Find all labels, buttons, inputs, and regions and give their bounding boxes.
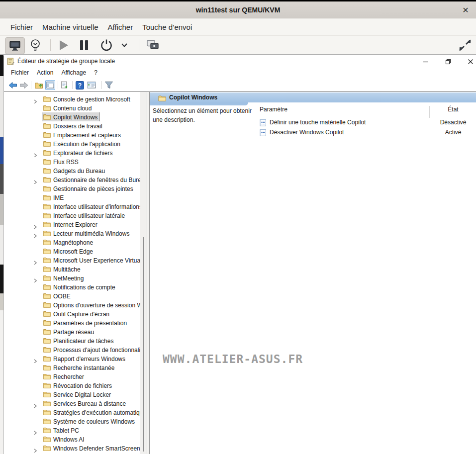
tree-item-oobe[interactable]: OOBE [4,291,140,300]
tree-item-strat-gies-d-ex-cution-automatique[interactable]: Stratégies d'exécution automatique [4,408,140,417]
setting-name[interactable]: Désactiver Windows Copilot [270,129,344,136]
folder-icon [43,381,51,390]
shutdown-menu-button[interactable] [118,37,130,53]
gpedit-menu-item-4[interactable]: ? [90,68,101,77]
tree-item-dossiers-de-travail[interactable]: Dossiers de travail [4,121,140,130]
console-display-button[interactable] [5,37,25,54]
gpedit-close-button[interactable] [463,57,476,66]
tree-item-microsoft-edge[interactable]: Microsoft Edge [4,247,140,256]
host-menu-item-4[interactable]: Touche d’envoi [138,21,196,33]
folder-icon [43,346,51,354]
tree-item-rechercher[interactable]: Rechercher [4,372,140,381]
host-close-button[interactable]: ✕ [459,3,472,16]
gpedit-menu-item-2[interactable]: Action [33,68,57,77]
host-menu-item-3[interactable]: Afficher [103,21,138,33]
expander-chevron-icon[interactable] [33,276,37,280]
folder-icon [43,274,51,282]
tree-item-notifications-de-compte[interactable]: Notifications de compte [4,282,140,291]
tree-item-outil-capture-d-cran[interactable]: Outil Capture d'écran [4,309,140,318]
tree-item-flux-rss[interactable]: Flux RSS [4,157,140,166]
pause-button[interactable] [75,37,94,53]
tree-item-ex-cution-de-l-application[interactable]: Exécution de l'application [4,139,140,148]
tree-item-services-bureau-distance[interactable]: Services Bureau à distance [4,399,140,408]
expander-chevron-icon[interactable] [33,446,37,450]
tree-item-windows-defender-smartscreen[interactable]: Windows Defender SmartScreen [4,444,140,453]
expander-chevron-icon[interactable] [33,357,37,361]
folder-icon [43,184,51,193]
gpedit-menu-item-3[interactable]: Affichage [57,68,90,77]
export-list-button[interactable] [60,80,70,90]
show-console-tree-button[interactable] [45,80,55,90]
expander-chevron-icon[interactable] [33,178,37,182]
tree-item-gadgets-du-bureau[interactable]: Gadgets du Bureau [4,166,140,175]
setting-state: Activé [429,129,476,136]
tree-item-param-tres-de-pr-sentation[interactable]: Paramètres de présentation [4,318,140,327]
gpedit-window: Éditeur de stratégie de groupe locale [3,56,476,454]
expander-chevron-icon[interactable] [33,258,37,262]
tree-item-label: Rapport d'erreurs Windows [53,356,125,363]
tree-item-emplacement-et-capteurs[interactable]: Emplacement et capteurs [4,130,140,139]
tree-item-partage-r-seau[interactable]: Partage réseau [4,327,140,336]
host-menu-item-2[interactable]: Machine virtuelle [38,21,103,33]
folder-icon [43,247,51,256]
fullscreen-button[interactable] [456,37,475,53]
scrollbar-thumb[interactable] [143,237,144,452]
help-button[interactable]: ? [75,80,85,90]
tree-item-contenu-cloud[interactable]: Contenu cloud [4,103,140,112]
tree-item-processus-d-ajout-de-fonctionnalit-s[interactable]: Processus d'ajout de fonctionnalités [4,345,140,354]
tree-item-multit-che[interactable]: Multitâche [4,265,140,273]
tree-item-gestionnaire-de-fen-tres-du-bureau[interactable]: Gestionnaire de fenêtres du Bureau [4,175,140,184]
tree-item-syst-me-de-couleurs-windows[interactable]: Système de couleurs Windows [4,417,140,426]
tree-item-tablet-pc[interactable]: Tablet PC [4,426,140,435]
tree-item-microsoft-user-experience-virtualization[interactable]: Microsoft User Experience Virtualization [4,256,140,265]
tree-vertical-scrollbar[interactable] [140,92,147,454]
expander-chevron-icon[interactable] [33,401,37,405]
expander-chevron-icon[interactable] [33,231,37,235]
tree-item-netmeeting[interactable]: NetMeeting [4,273,140,282]
setting-name[interactable]: Définir une touche matérielle Copilot [270,119,366,126]
displays-icon [146,39,160,51]
virtual-displays-button[interactable] [143,37,162,53]
forward-button[interactable] [19,80,29,90]
chevron-down-icon [121,43,128,48]
expander-chevron-icon[interactable] [33,428,37,432]
show-extended-button[interactable] [87,80,96,90]
host-menu-item-1[interactable]: Fichier [6,21,37,33]
expander-chevron-icon[interactable] [33,97,37,101]
tree-item-lecteur-multim-dia-windows[interactable]: Lecteur multimédia Windows [4,229,140,238]
up-folder-button[interactable] [34,80,44,90]
tree-item-planificateur-de-t-ches[interactable]: Planificateur de tâches [4,336,140,345]
tree-item-copilot-windows[interactable]: Copilot Windows [4,112,140,121]
run-button[interactable] [54,37,73,53]
tree-item-service-digital-locker[interactable]: Service Digital Locker [4,390,140,399]
tree-item-magn-tophone[interactable]: Magnétophone [4,238,140,247]
tree-item-gestionnaire-de-pi-ces-jointes[interactable]: Gestionnaire de pièces jointes [4,184,140,193]
tree-item-internet-explorer[interactable]: Internet Explorer [4,220,140,229]
shutdown-button[interactable] [96,37,116,53]
expander-chevron-icon[interactable] [33,222,37,226]
tree-item-recherche-instantan-e[interactable]: Recherche instantanée [4,363,140,372]
folder-icon [43,426,51,435]
gpedit-menu-item-1[interactable]: Fichier [7,68,33,77]
tree-item-label: NetMeeting [53,275,84,282]
filter-button[interactable] [104,80,114,90]
column-header-setting[interactable]: Paramètre [260,106,287,113]
tree-item-windows-ai[interactable]: Windows AI [4,435,140,444]
tree-item-rapport-d-erreurs-windows[interactable]: Rapport d'erreurs Windows [4,354,140,363]
folder-icon [43,265,51,273]
expander-chevron-icon[interactable] [33,151,37,155]
tree-item-explorateur-de-fichiers[interactable]: Explorateur de fichiers [4,148,140,157]
gpedit-restore-button[interactable] [441,57,456,66]
hardware-details-button[interactable] [26,37,45,53]
tree-item-ime[interactable]: IME [4,193,140,202]
folder-icon [43,292,51,300]
column-header-state[interactable]: État [429,106,476,113]
tree-item-r-vocation-de-fichiers[interactable]: Révocation de fichiers [4,381,140,390]
tree-item-options-d-ouverture-de-session-windows[interactable]: Options d'ouverture de session Windows [4,300,140,309]
tree-item-console-de-gestion-microsoft[interactable]: Console de gestion Microsoft [4,94,140,103]
folder-icon [43,417,51,426]
gpedit-minimize-button[interactable] [418,57,433,66]
tree-item-interface-utilisateur-lat-rale[interactable]: Interface utilisateur latérale [4,211,140,220]
tree-item-interface-utilisateur-d-informations[interactable]: Interface utilisateur d'informations [4,202,140,211]
back-button[interactable] [8,80,18,90]
